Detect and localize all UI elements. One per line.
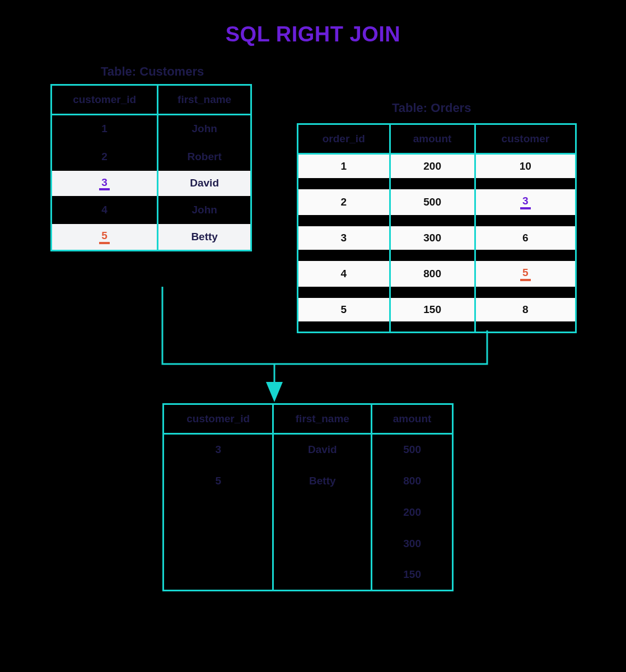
row-gap — [298, 287, 576, 298]
result-cell-customer_id — [163, 497, 273, 528]
orders-cell-amount: 800 — [390, 261, 475, 287]
table-row: 33006 — [298, 226, 576, 250]
orders-cell-order_id: 4 — [298, 261, 390, 287]
result-col-0: customer_id — [163, 404, 273, 434]
orders-cell-customer: 10 — [475, 154, 576, 179]
table-row: 5Betty — [52, 224, 251, 250]
table-row: 51508 — [298, 298, 576, 321]
result-cell-first_name — [273, 559, 372, 591]
orders-cell-customer: 5 — [475, 261, 576, 287]
page-title: SQL RIGHT JOIN — [0, 0, 626, 46]
customers-cell-id: 4 — [52, 196, 158, 224]
orders-cell-order_id: 2 — [298, 189, 390, 215]
result-table: customer_id first_name amount 3David5005… — [162, 403, 454, 591]
table-row: 150 — [163, 559, 453, 591]
orders-cell-amount: 500 — [390, 189, 475, 215]
table-row: 5Betty800 — [163, 465, 453, 497]
result-cell-first_name — [273, 497, 372, 528]
result-cell-customer_id: 3 — [163, 434, 273, 465]
result-cell-customer_id — [163, 528, 273, 559]
orders-col-0: order_id — [298, 124, 390, 154]
result-cell-amount: 300 — [372, 528, 453, 559]
orders-cell-amount: 300 — [390, 226, 475, 250]
orders-cell-order_id: 1 — [298, 154, 390, 179]
table-row: 25003 — [298, 189, 576, 215]
result-cell-first_name: David — [273, 434, 372, 465]
result-cell-amount: 200 — [372, 497, 453, 528]
result-cell-customer_id: 5 — [163, 465, 273, 497]
row-gap — [298, 321, 576, 333]
orders-table: order_id amount customer 120010250033300… — [297, 123, 577, 333]
result-col-2: amount — [372, 404, 453, 434]
customers-cell-name: Robert — [158, 143, 251, 171]
orders-cell-amount: 150 — [390, 298, 475, 321]
result-cell-customer_id — [163, 559, 273, 591]
customers-col-1: first_name — [158, 85, 251, 115]
customers-cell-name: David — [158, 171, 251, 197]
orders-cell-customer: 6 — [475, 226, 576, 250]
customers-table: customer_id first_name 1John2Robert3Davi… — [50, 84, 252, 251]
customers-cell-name: John — [158, 196, 251, 224]
orders-cell-amount: 200 — [390, 154, 475, 179]
result-cell-first_name: Betty — [273, 465, 372, 497]
table-row: 120010 — [298, 154, 576, 179]
table-row: 1John — [52, 115, 251, 143]
customers-cell-name: Betty — [158, 224, 251, 250]
result-cell-first_name — [273, 528, 372, 559]
table-row: 3David — [52, 171, 251, 197]
customers-col-0: customer_id — [52, 85, 158, 115]
customers-table-label: Table: Customers — [101, 64, 204, 79]
orders-col-2: customer — [475, 124, 576, 154]
result-cell-amount: 150 — [372, 559, 453, 591]
table-row: 200 — [163, 497, 453, 528]
customers-cell-id: 5 — [52, 224, 158, 250]
orders-cell-order_id: 5 — [298, 298, 390, 321]
orders-cell-customer: 8 — [475, 298, 576, 321]
row-gap — [298, 215, 576, 226]
result-cell-amount: 800 — [372, 465, 453, 497]
orders-table-label: Table: Orders — [392, 101, 471, 115]
customers-cell-id: 2 — [52, 143, 158, 171]
table-row: 48005 — [298, 261, 576, 287]
table-row: 4John — [52, 196, 251, 224]
orders-col-1: amount — [390, 124, 475, 154]
row-gap — [298, 178, 576, 189]
table-row: 300 — [163, 528, 453, 559]
customers-cell-id: 3 — [52, 171, 158, 197]
result-col-1: first_name — [273, 404, 372, 434]
row-gap — [298, 250, 576, 261]
table-row: 2Robert — [52, 143, 251, 171]
customers-cell-id: 1 — [52, 115, 158, 143]
result-cell-amount: 500 — [372, 434, 453, 465]
table-row: 3David500 — [163, 434, 453, 465]
orders-cell-customer: 3 — [475, 189, 576, 215]
customers-cell-name: John — [158, 115, 251, 143]
orders-cell-order_id: 3 — [298, 226, 390, 250]
